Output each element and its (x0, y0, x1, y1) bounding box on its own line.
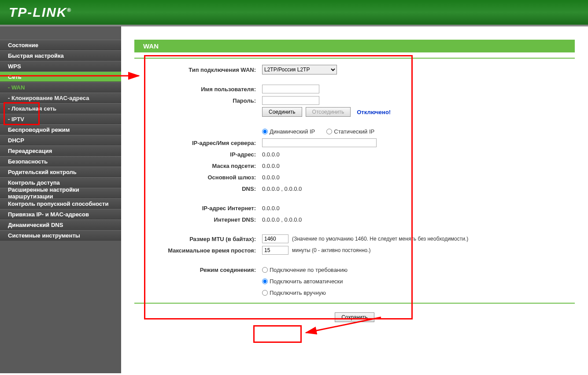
sidebar-item-9[interactable]: DHCP (0, 135, 121, 145)
radio-mode-auto[interactable] (262, 278, 268, 284)
sidebar-item-8[interactable]: Беспроводной режим (0, 124, 121, 135)
hint-mtu: (Значение по умолчанию 1460. Не следует … (292, 236, 468, 242)
sidebar-item-6[interactable]: - Локальная сеть (0, 103, 121, 114)
radio-static-ip[interactable] (326, 129, 332, 134)
sidebar-item-5[interactable]: - Клонирование MAC-адреса (0, 93, 121, 103)
radio-dynamic-ip-wrap[interactable]: Динамический IP (262, 128, 315, 135)
radio-mode-auto-wrap[interactable]: Подключить автоматически (262, 278, 343, 285)
sidebar-item-1[interactable]: Быстрая настройка (0, 50, 121, 61)
page-title: WAN (134, 40, 575, 52)
label-wan-type: Тип подключения WAN: (148, 67, 262, 73)
sidebar-item-17[interactable]: Динамический DNS (0, 219, 121, 230)
radio-dynamic-ip-label: Динамический IP (270, 128, 315, 135)
radio-mode-demand-wrap[interactable]: Подключение по требованию (262, 267, 348, 273)
label-server: IP-адрес/Имя сервера: (148, 140, 262, 146)
value-mask: 0.0.0.0 (262, 163, 280, 169)
sidebar-item-7[interactable]: - IPTV (0, 114, 121, 124)
divider-top (134, 58, 575, 59)
value-dns: 0.0.0.0 , 0.0.0.0 (262, 186, 302, 192)
sidebar-item-10[interactable]: Переадресация (0, 145, 121, 156)
label-ip: IP-адрес: (148, 151, 262, 158)
disconnect-button[interactable]: Отсоединить (306, 107, 351, 117)
label-dns: DNS: (148, 186, 262, 192)
label-conn-mode: Режим соединения: (148, 267, 262, 273)
divider-bottom (134, 303, 575, 304)
label-inet-dns: Интернет DNS: (148, 216, 262, 223)
sidebar-item-16[interactable]: Привязка IP- и MAC-адресов (0, 209, 121, 219)
sidebar-item-12[interactable]: Родительский контроль (0, 167, 121, 177)
sidebar-item-2[interactable]: WPS (0, 61, 121, 71)
sidebar-item-18[interactable]: Системные инструменты (0, 230, 121, 241)
hint-idle: минуты (0 - активно постоянно.) (292, 247, 371, 253)
value-ip: 0.0.0.0 (262, 151, 280, 158)
label-idle: Максимальное время простоя: (148, 247, 262, 254)
logo: TP-LINK® (9, 5, 72, 20)
input-password[interactable] (262, 96, 319, 105)
sidebar-item-0[interactable]: Состояние (0, 40, 121, 50)
radio-mode-manual-label: Подключить вручную (270, 290, 326, 296)
sidebar-item-15[interactable]: Контроль пропускной способности (0, 198, 121, 209)
input-idle[interactable] (262, 246, 288, 255)
label-password: Пароль: (148, 97, 262, 104)
label-inet-ip: IP-адрес Интернет: (148, 205, 262, 212)
save-button[interactable]: Сохранить (335, 312, 374, 322)
select-wan-type[interactable]: L2TP/Россия L2TP (262, 65, 337, 74)
header-bar: TP-LINK® (0, 0, 588, 26)
radio-mode-demand-label: Подключение по требованию (270, 267, 348, 273)
sidebar-item-4[interactable]: - WAN (0, 82, 121, 93)
radio-mode-manual-wrap[interactable]: Подключить вручную (262, 290, 326, 296)
radio-static-ip-label: Статический IP (334, 128, 374, 135)
sidebar: СостояниеБыстрая настройкаWPSСеть- WAN- … (0, 26, 121, 373)
label-mask: Маска подсети: (148, 163, 262, 169)
radio-mode-auto-label: Подключить автоматически (270, 278, 343, 285)
connect-button[interactable]: Соединить (262, 107, 302, 117)
radio-mode-manual[interactable] (262, 290, 268, 296)
radio-mode-demand[interactable] (262, 267, 268, 273)
sidebar-item-11[interactable]: Безопасность (0, 156, 121, 167)
input-mtu[interactable] (262, 234, 288, 243)
label-mtu: Размер MTU (в байтах): (148, 236, 262, 242)
radio-dynamic-ip[interactable] (262, 129, 268, 134)
radio-static-ip-wrap[interactable]: Статический IP (326, 128, 374, 135)
input-server[interactable] (262, 138, 377, 147)
label-gateway: Основной шлюз: (148, 174, 262, 181)
value-gateway: 0.0.0.0 (262, 174, 280, 181)
sidebar-item-14[interactable]: Расширенные настройки маршрутизации (0, 188, 121, 198)
input-username[interactable] (262, 85, 319, 93)
value-inet-ip: 0.0.0.0 (262, 205, 280, 212)
label-username: Имя пользователя: (148, 86, 262, 93)
sidebar-item-3[interactable]: Сеть (0, 71, 121, 82)
status-text: Отключено! (357, 109, 391, 115)
value-inet-dns: 0.0.0.0 , 0.0.0.0 (262, 216, 302, 223)
